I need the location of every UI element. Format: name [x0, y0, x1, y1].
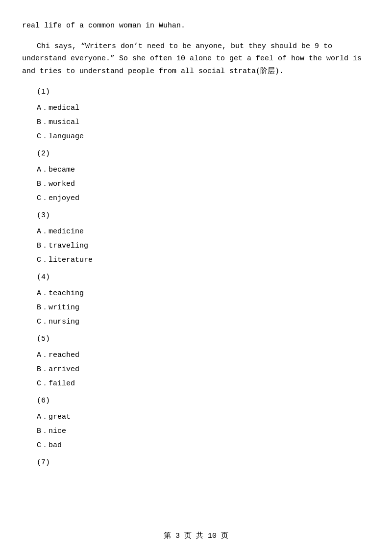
question-group-6: (6)A．greatB．niceC．bad	[22, 394, 370, 452]
question-group-7: (7)	[22, 456, 370, 469]
question-5-option-1[interactable]: A．reached	[37, 349, 370, 362]
question-number-7: (7)	[37, 456, 370, 469]
question-number-1: (1)	[37, 85, 370, 99]
question-number-3: (3)	[37, 209, 370, 222]
question-group-4: (4)A．teachingB．writingC．nursing	[22, 271, 370, 328]
question-number-6: (6)	[37, 394, 370, 407]
question-2-option-1[interactable]: A．became	[37, 163, 370, 177]
question-group-5: (5)A．reachedB．arrivedC．failed	[22, 332, 370, 390]
question-group-3: (3)A．medicineB．travelingC．literature	[22, 209, 370, 267]
main-paragraph: Chi says, “Writers don’t need to be anyo…	[22, 40, 370, 78]
question-group-2: (2)A．becameB．workedC．enjoyed	[22, 147, 370, 205]
question-3-option-3[interactable]: C．literature	[37, 253, 370, 267]
question-5-option-2[interactable]: B．arrived	[37, 363, 370, 376]
questions-container: (1)A．medicalB．musicalC．language(2)A．beca…	[22, 85, 370, 469]
question-number-5: (5)	[37, 332, 370, 346]
question-5-option-3[interactable]: C．failed	[37, 377, 370, 390]
question-1-option-2[interactable]: B．musical	[37, 116, 370, 129]
question-6-option-3[interactable]: C．bad	[37, 439, 370, 452]
question-group-1: (1)A．medicalB．musicalC．language	[22, 85, 370, 143]
question-1-option-3[interactable]: C．language	[37, 130, 370, 143]
question-1-option-1[interactable]: A．medical	[37, 101, 370, 115]
question-4-option-2[interactable]: B．writing	[37, 301, 370, 314]
question-3-option-2[interactable]: B．traveling	[37, 239, 370, 252]
question-2-option-3[interactable]: C．enjoyed	[37, 192, 370, 205]
question-3-option-1[interactable]: A．medicine	[37, 225, 370, 238]
question-2-option-2[interactable]: B．worked	[37, 177, 370, 191]
page-footer: 第 3 页 共 10 页	[0, 531, 392, 540]
question-4-option-3[interactable]: C．nursing	[37, 315, 370, 328]
question-number-2: (2)	[37, 147, 370, 160]
intro-line: real life of a common woman in Wuhan.	[22, 20, 370, 32]
question-4-option-1[interactable]: A．teaching	[37, 287, 370, 300]
question-number-4: (4)	[37, 271, 370, 284]
question-6-option-1[interactable]: A．great	[37, 410, 370, 424]
question-6-option-2[interactable]: B．nice	[37, 425, 370, 438]
